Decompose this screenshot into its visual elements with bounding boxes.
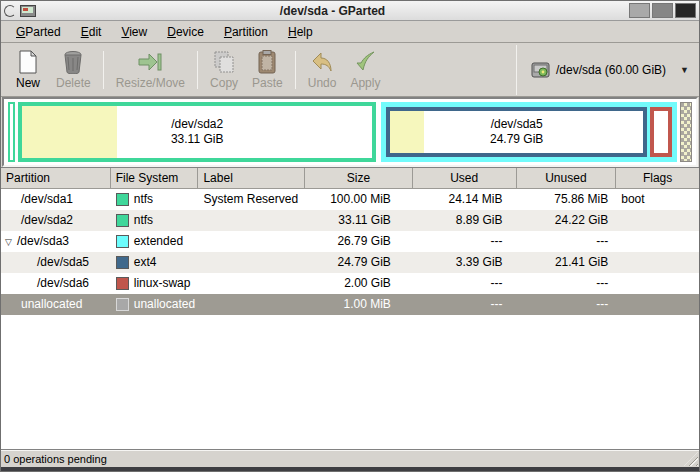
- menu-gparted[interactable]: GParted: [7, 23, 70, 41]
- minimize-button[interactable]: [629, 3, 650, 18]
- apply-button[interactable]: Apply: [343, 46, 387, 94]
- table-row-sda1[interactable]: /dev/sda1 ntfs System Reserved 100.00 Mi…: [1, 189, 699, 210]
- partition-table: Partition File System Label Size Used Un…: [1, 167, 699, 449]
- diskbar-extended[interactable]: /dev/sda5 24.79 GiB: [381, 102, 677, 162]
- diskbar-sda1[interactable]: [8, 102, 15, 162]
- gparted-app-icon: [20, 5, 36, 17]
- chevron-down-icon: ▼: [680, 65, 689, 75]
- resize-move-icon: [137, 50, 163, 74]
- gparted-window: /dev/sda - GParted GParted Edit View Dev…: [0, 0, 700, 472]
- toolbar: New Delete Resize/Move Copy Paste: [1, 43, 699, 97]
- device-selector[interactable]: /dev/sda (60.00 GiB) ▼: [525, 53, 695, 87]
- menu-edit[interactable]: Edit: [72, 23, 111, 41]
- table-row-sda6[interactable]: /dev/sda6 linux-swap 2.00 GiB --- ---: [1, 273, 699, 294]
- table-row-sda3[interactable]: ▽/dev/sda3 extended 26.79 GiB --- ---: [1, 231, 699, 252]
- toolbar-separator: [103, 51, 104, 89]
- header-filesystem[interactable]: File System: [111, 168, 199, 188]
- window-menu-icon[interactable]: [4, 5, 16, 17]
- menu-device[interactable]: Device: [158, 23, 213, 41]
- diskbar-sda2-name: /dev/sda2: [171, 117, 223, 132]
- toolbar-separator: [516, 45, 517, 95]
- diskbar-sda2-size: 33.11 GiB: [171, 132, 223, 147]
- header-unused[interactable]: Unused: [517, 168, 617, 188]
- disk-visual-panel: /dev/sda2 33.11 GiB /dev/sda5 24.79 GiB: [2, 97, 698, 167]
- new-button[interactable]: New: [7, 46, 49, 94]
- paste-icon: [256, 50, 278, 74]
- undo-button[interactable]: Undo: [301, 46, 344, 94]
- diskbar-sda6[interactable]: [650, 107, 672, 157]
- pending-operations-text: 0 operations pending: [4, 453, 107, 465]
- table-empty-area: [1, 315, 699, 449]
- paste-button[interactable]: Paste: [245, 46, 290, 94]
- undo-icon: [310, 50, 334, 74]
- menubar: GParted Edit View Device Partition Help: [1, 21, 699, 43]
- header-label[interactable]: Label: [198, 168, 305, 188]
- copy-icon: [212, 50, 236, 74]
- filesystem-swatch: [116, 277, 129, 290]
- resize-move-button[interactable]: Resize/Move: [109, 46, 192, 94]
- window-title: /dev/sda - GParted: [36, 4, 629, 18]
- header-flags[interactable]: Flags: [616, 168, 699, 188]
- statusbar: 0 operations pending: [1, 449, 699, 467]
- menu-view[interactable]: View: [112, 23, 156, 41]
- filesystem-swatch: [116, 298, 129, 311]
- header-size[interactable]: Size: [305, 168, 413, 188]
- filesystem-swatch: [116, 256, 129, 269]
- filesystem-swatch: [116, 214, 129, 227]
- table-row-unallocated[interactable]: unallocated unallocated 1.00 MiB --- ---: [1, 294, 699, 315]
- diskbar-sda2[interactable]: /dev/sda2 33.11 GiB: [18, 102, 376, 162]
- header-used[interactable]: Used: [413, 168, 517, 188]
- expander-icon[interactable]: ▽: [5, 232, 17, 252]
- delete-icon: [62, 50, 84, 74]
- filesystem-swatch: [116, 193, 129, 206]
- delete-button[interactable]: Delete: [49, 46, 98, 94]
- diskbar-sda5-size: 24.79 GiB: [490, 132, 543, 147]
- menu-partition[interactable]: Partition: [215, 23, 277, 41]
- close-button[interactable]: [675, 3, 696, 18]
- window-frame-bottom: [1, 467, 699, 471]
- toolbar-separator: [197, 51, 198, 89]
- toolbar-separator: [295, 51, 296, 89]
- new-partition-icon: [17, 50, 39, 74]
- copy-button[interactable]: Copy: [203, 46, 245, 94]
- diskbar-sda5[interactable]: /dev/sda5 24.79 GiB: [386, 107, 647, 157]
- device-label: /dev/sda (60.00 GiB): [556, 63, 666, 77]
- resize-grip[interactable]: [684, 452, 698, 466]
- table-header: Partition File System Label Size Used Un…: [1, 168, 699, 189]
- titlebar: /dev/sda - GParted: [1, 1, 699, 21]
- header-partition[interactable]: Partition: [1, 168, 111, 188]
- diskbar-unallocated[interactable]: [680, 102, 692, 162]
- harddisk-icon: [531, 62, 550, 78]
- menu-help[interactable]: Help: [279, 23, 322, 41]
- apply-icon: [353, 50, 377, 74]
- table-row-sda5[interactable]: /dev/sda5 ext4 24.79 GiB 3.39 GiB 21.41 …: [1, 252, 699, 273]
- table-row-sda2[interactable]: /dev/sda2 ntfs 33.11 GiB 8.89 GiB 24.22 …: [1, 210, 699, 231]
- filesystem-swatch: [116, 235, 129, 248]
- maximize-button[interactable]: [652, 3, 673, 18]
- diskbar-sda5-name: /dev/sda5: [491, 117, 543, 132]
